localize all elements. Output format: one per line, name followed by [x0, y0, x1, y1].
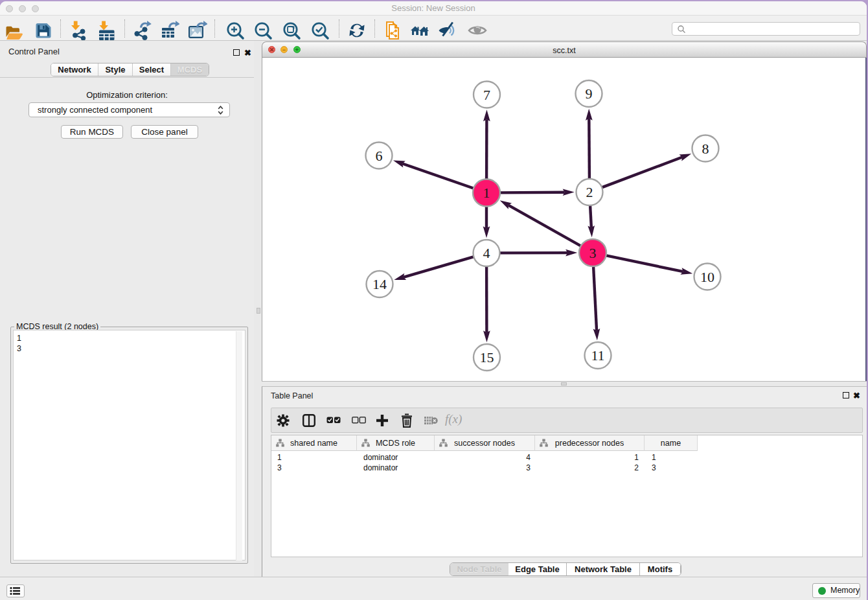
svg-text:11: 11: [591, 347, 604, 363]
svg-text:7: 7: [483, 87, 490, 103]
svg-text:1: 1: [483, 185, 490, 201]
svg-text:14: 14: [372, 276, 387, 292]
svg-text:3: 3: [589, 245, 597, 261]
svg-text:10: 10: [700, 269, 714, 285]
svg-text:8: 8: [702, 141, 709, 157]
svg-text:9: 9: [586, 86, 593, 102]
svg-text:6: 6: [376, 148, 383, 164]
svg-text:2: 2: [586, 184, 593, 200]
svg-text:4: 4: [483, 245, 490, 261]
svg-text:15: 15: [480, 349, 494, 365]
